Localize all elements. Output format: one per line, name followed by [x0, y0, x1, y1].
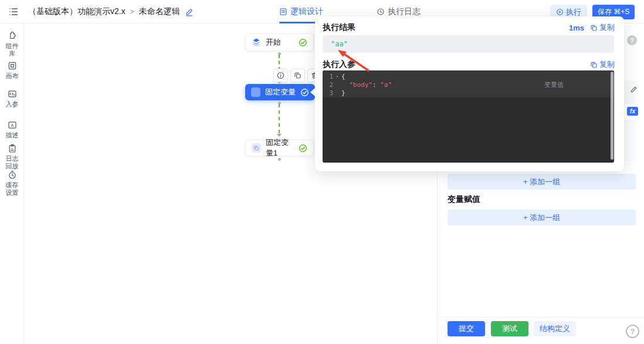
json-key: "body" [349, 81, 372, 89]
copy-icon [590, 61, 598, 69]
code-text: } [341, 89, 345, 97]
duration-badge: 1ms [569, 23, 584, 32]
connector-dashed [279, 104, 280, 133]
variable-value-overlay-label: 变量值 [544, 80, 564, 89]
test-button[interactable]: 测试 [491, 321, 528, 336]
add-group-button[interactable]: + 添加一组 [448, 174, 636, 190]
sidebar-item-label: 组件库 [5, 42, 20, 58]
fx-expression-button[interactable]: fx [627, 107, 638, 116]
description-icon: A [8, 120, 17, 130]
editor-line: 2 "body": "a" [323, 81, 614, 89]
variable-icon [252, 143, 261, 153]
panel-pointer-arrow [310, 88, 315, 96]
tab-execution-log-label: 执行日志 [388, 6, 421, 17]
result-value: "aa" [331, 40, 348, 48]
edit-pencil-icon[interactable] [630, 86, 638, 93]
sidebar-item-log-replay[interactable]: 日志回放 [0, 144, 24, 170]
node-label: 固定变量 [265, 87, 296, 97]
sidebar-item-label: 入参 [6, 100, 19, 108]
execution-result-popover: 执行结果 1ms 复制 "aa" 执行入参 [315, 16, 624, 171]
sidebar-item-label: 描述 [6, 131, 19, 139]
canvas-icon [8, 61, 17, 70]
line-number: 3 [323, 89, 333, 97]
sidebar-item-label: 画布 [6, 72, 19, 80]
menu-list-icon[interactable] [7, 5, 20, 18]
breadcrumb-page: 未命名逻辑 [139, 6, 180, 17]
json-code-editor[interactable]: 1 ▾ { 2 "body": "a" 3 } 变量值 [323, 70, 614, 163]
copy-label: 复制 [599, 59, 615, 70]
line-number: 1 [323, 73, 333, 81]
variable-icon [251, 87, 260, 97]
node-fixed-variable[interactable]: 固定变量 [245, 84, 315, 100]
breadcrumb-project[interactable]: （基础版本）功能演示v2.x [28, 6, 126, 17]
line-number: 2 [323, 81, 333, 89]
sidebar-item-component-library[interactable]: 组件库 [0, 31, 24, 58]
puzzle-icon [8, 31, 17, 41]
app-root: （基础版本）功能演示v2.x > 未命名逻辑 执行日志 逻辑设计 [0, 0, 644, 344]
editor-line: 3 } [323, 89, 614, 97]
sidebar-item-input-params[interactable]: 入参 [0, 89, 24, 108]
copy-icon[interactable] [290, 69, 305, 82]
copy-result-button[interactable]: 复制 [590, 22, 615, 33]
sidebar-item-label: 日志回放 [5, 155, 20, 170]
breadcrumb: （基础版本）功能演示v2.x > 未命名逻辑 [28, 0, 194, 23]
schema-definition-button[interactable]: 结构定义 [534, 321, 576, 336]
success-check-icon [300, 88, 309, 97]
result-header-row: 执行结果 1ms 复制 [323, 22, 615, 33]
sidebar-item-label: 缓存设置 [5, 181, 20, 197]
sidebar-item-description[interactable]: A 描述 [0, 120, 24, 139]
code-text: { [341, 73, 345, 81]
node-label: 固定变量1 [266, 137, 294, 158]
result-title: 执行结果 [323, 22, 355, 33]
input-params-icon [8, 89, 17, 99]
global-help-icon[interactable]: ? [626, 325, 639, 338]
json-value: "a" [380, 81, 392, 89]
node-fixed-variable-1[interactable]: 固定变量1 [245, 140, 314, 156]
params-title: 执行入参 [323, 59, 355, 70]
run-button-label: 执行 [566, 7, 581, 18]
success-check-icon [299, 144, 307, 153]
svg-text:A: A [11, 123, 13, 128]
params-header-row: 执行入参 复制 [323, 59, 615, 70]
result-value-box: "aa" [323, 35, 614, 53]
log-replay-icon [8, 144, 17, 153]
layers-icon [252, 38, 261, 47]
copy-label: 复制 [599, 22, 615, 33]
variable-assign-title: 变量赋值 [448, 194, 480, 205]
help-badge[interactable]: ? [627, 35, 637, 45]
connector-dot [278, 158, 281, 161]
submit-button[interactable]: 提交 [448, 321, 485, 336]
info-icon[interactable] [273, 69, 288, 82]
editor-line: 1 ▾ { [323, 73, 614, 81]
tab-logic-design-label: 逻辑设计 [290, 6, 323, 17]
editor-scrollbar[interactable] [611, 72, 614, 160]
left-sidebar: 组件库 画布 入参 A 描述 日志回放 [0, 23, 24, 344]
node-label: 开始 [266, 37, 294, 48]
sidebar-item-canvas[interactable]: 画布 [0, 61, 24, 80]
cache-settings-icon [8, 170, 17, 180]
connector-arrowhead [277, 134, 282, 137]
rename-pencil-icon[interactable] [185, 8, 194, 16]
copy-params-button[interactable]: 复制 [590, 59, 615, 70]
add-group-button[interactable]: + 添加一组 [448, 210, 636, 225]
fold-caret-icon[interactable]: ▾ [333, 73, 341, 81]
copy-icon [590, 24, 598, 32]
save-button-label: 保存 ⌘+S [598, 7, 629, 17]
json-colon: : [372, 81, 380, 89]
footer-divider [438, 317, 644, 318]
breadcrumb-separator: > [130, 8, 134, 16]
success-check-icon [299, 38, 307, 47]
node-start[interactable]: 开始 [245, 33, 314, 51]
sidebar-item-cache-settings[interactable]: 缓存设置 [0, 170, 24, 197]
active-tab-underline [279, 22, 318, 23]
